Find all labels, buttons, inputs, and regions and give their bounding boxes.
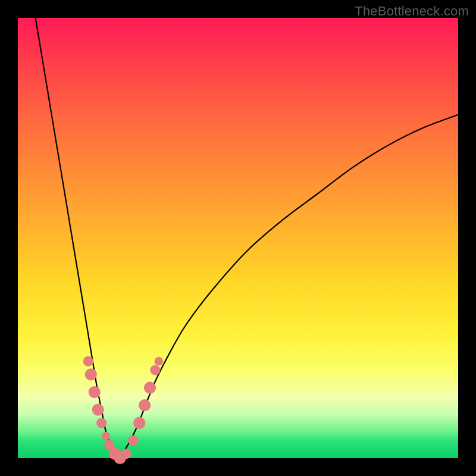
marker-dot	[155, 357, 163, 365]
marker-dot	[89, 386, 101, 398]
chart-frame: TheBottleneck.com	[0, 0, 476, 476]
marker-dot	[96, 418, 107, 428]
watermark-text: TheBottleneck.com	[355, 4, 469, 19]
curve-right-branch	[119, 115, 458, 458]
marker-dot	[102, 432, 110, 440]
marker-dot	[133, 417, 145, 429]
marker-dot	[121, 449, 131, 459]
marker-dot	[85, 368, 97, 380]
marker-dot	[128, 436, 138, 446]
marker-dot	[144, 382, 156, 394]
marker-dot	[83, 356, 93, 367]
plot-area	[18, 18, 458, 458]
curve-layer	[18, 18, 458, 458]
vertex-markers	[83, 356, 163, 465]
curve-left-branch	[36, 18, 120, 458]
marker-dot	[150, 365, 160, 375]
marker-dot	[139, 399, 151, 411]
marker-dot	[92, 404, 104, 416]
